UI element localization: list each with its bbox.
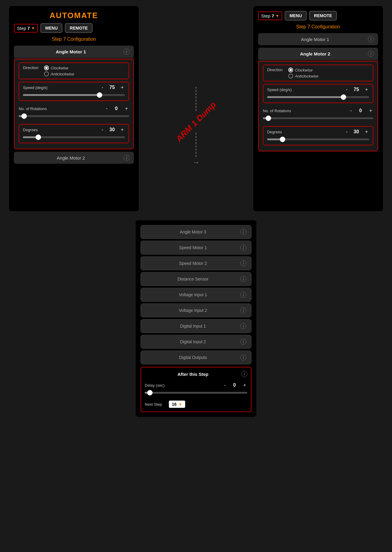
step-label-left: Step	[17, 26, 26, 31]
right-clockwise-option[interactable]: Clockwise	[288, 68, 318, 72]
menu-item-4[interactable]: Voltage Input 1 i	[141, 288, 251, 302]
next-step-dropdown[interactable]: 16 ▼	[169, 401, 185, 408]
delay-slider-track[interactable]	[145, 392, 247, 394]
dashed-line-bottom	[196, 133, 196, 157]
after-step-title: After this Step	[145, 372, 241, 377]
degrees-section: Degrees - 30 +	[19, 124, 129, 143]
right-speed-minus-btn[interactable]: -	[345, 87, 349, 92]
delay-param-row: Delay (sec) - 0 +	[145, 382, 247, 388]
arrow-right-icon: →	[192, 158, 200, 167]
menu-item-info-icon-5[interactable]: i	[240, 307, 246, 313]
remote-button-right[interactable]: REMOTE	[309, 11, 337, 21]
right-degrees-slider-thumb[interactable]	[280, 137, 285, 142]
menu-item-info-icon-6[interactable]: i	[240, 323, 246, 329]
right-angle-motor-2-info-icon[interactable]: i	[368, 51, 374, 57]
menu-item-info-icon-1[interactable]: i	[240, 245, 246, 251]
menu-button-left[interactable]: MENU	[40, 23, 62, 33]
angle-motor-2-collapsed-header[interactable]: Angle Motor 2 i	[14, 152, 134, 164]
menu-item-6[interactable]: Digital Input 1 i	[141, 319, 251, 333]
next-step-dropdown-arrow: ▼	[179, 402, 182, 407]
right-clockwise-radio[interactable]	[288, 68, 293, 72]
speed-slider-fill	[23, 94, 100, 96]
right-angle-motor-2-header[interactable]: Angle Motor 2 i	[258, 48, 378, 60]
menu-item-2[interactable]: Speed Motor 2 i	[141, 256, 251, 270]
right-speed-slider-track[interactable]	[267, 96, 369, 98]
menu-item-8[interactable]: Digital Outputs i	[141, 351, 251, 364]
menu-item-info-icon-7[interactable]: i	[240, 339, 246, 345]
right-angle-motor-1-header[interactable]: Angle Motor 1 i	[258, 33, 378, 45]
after-step-info-icon[interactable]: i	[241, 371, 247, 377]
menu-item-7[interactable]: Digital Input 2 i	[141, 335, 251, 349]
menu-item-info-icon-8[interactable]: i	[240, 354, 246, 360]
angle-motor-1-info-icon[interactable]: i	[124, 49, 130, 55]
middle-arrow-area: ARM 1 Dump →	[170, 6, 222, 211]
clockwise-radio[interactable]	[44, 65, 49, 70]
rotations-value: 0	[112, 106, 121, 111]
rotations-plus-btn[interactable]: +	[124, 106, 129, 111]
degrees-minus-btn[interactable]: -	[100, 127, 104, 132]
menu-item-text-6: Digital Input 1	[146, 324, 240, 328]
degrees-slider-thumb[interactable]	[36, 135, 41, 140]
rotations-minus-btn[interactable]: -	[105, 106, 109, 111]
menu-item-info-icon-4[interactable]: i	[240, 292, 246, 298]
right-degrees-plus-btn[interactable]: +	[364, 129, 369, 135]
angle-motor-2-collapsed-info-icon[interactable]: i	[124, 155, 130, 161]
speed-slider-track[interactable]	[23, 94, 125, 96]
right-degrees-label: Degrees	[267, 130, 282, 134]
right-rotations-minus-btn[interactable]: -	[349, 108, 353, 113]
right-clockwise-dot	[289, 69, 292, 71]
delay-minus-btn[interactable]: -	[223, 382, 227, 388]
radio-options: Clockwise Anticlockwise	[44, 65, 74, 76]
right-anticlockwise-radio[interactable]	[288, 74, 293, 78]
angle-motor-1-header[interactable]: Angle Motor 1 i	[14, 46, 134, 58]
right-rotations-plus-btn[interactable]: +	[368, 108, 373, 113]
clockwise-dot	[45, 67, 48, 69]
rotations-slider-track[interactable]	[19, 115, 129, 117]
speed-slider-thumb[interactable]	[97, 92, 102, 98]
clockwise-option[interactable]: Clockwise	[44, 65, 74, 70]
anticlockwise-option[interactable]: Anticlockwise	[44, 71, 74, 76]
right-speed-plus-btn[interactable]: +	[364, 87, 369, 92]
menu-item-info-icon-0[interactable]: i	[240, 229, 246, 235]
rotations-slider-thumb[interactable]	[21, 113, 27, 119]
degrees-value: 30	[108, 127, 117, 132]
delay-slider-thumb[interactable]	[147, 390, 153, 395]
menu-button-right[interactable]: MENU	[285, 11, 307, 21]
right-rotations-value: 0	[356, 108, 365, 113]
right-rotations-slider-thumb[interactable]	[266, 116, 271, 121]
right-speed-controls: - 75 +	[345, 87, 369, 92]
menu-item-info-icon-3[interactable]: i	[240, 276, 246, 282]
speed-controls: - 75 +	[100, 85, 125, 90]
right-degrees-minus-btn[interactable]: -	[345, 129, 349, 135]
degrees-controls: - 30 +	[100, 127, 125, 132]
menu-item-3[interactable]: Distance Sensor i	[141, 272, 251, 286]
right-angle-motor-1-info-icon[interactable]: i	[368, 36, 374, 42]
right-degrees-slider-track[interactable]	[267, 138, 369, 140]
clockwise-label: Clockwise	[51, 66, 68, 70]
step-box-left[interactable]: Step 7 ▼	[14, 24, 38, 33]
degrees-plus-btn[interactable]: +	[120, 127, 125, 132]
right-rotations-label: No. of Rotations	[263, 109, 291, 113]
step-dropdown-arrow-right[interactable]: ▼	[275, 14, 279, 18]
angle-motor-2-collapsed-title: Angle Motor 2	[18, 155, 124, 160]
menu-item-0[interactable]: Angle Motor 3 i	[141, 225, 251, 239]
step-dropdown-arrow-left[interactable]: ▼	[31, 26, 35, 30]
step-box-right[interactable]: Step 7 ▼	[258, 11, 282, 20]
remote-button-left[interactable]: REMOTE	[65, 23, 93, 33]
degrees-slider-container	[23, 134, 125, 140]
right-speed-label: Speed (deg/s)	[267, 87, 292, 92]
speed-plus-btn[interactable]: +	[120, 85, 125, 90]
anticlockwise-radio[interactable]	[44, 71, 49, 76]
right-rotations-slider-track[interactable]	[263, 117, 373, 119]
speed-section: Speed (deg/s) - 75 +	[19, 82, 129, 101]
menu-item-1[interactable]: Speed Motor 1 i	[141, 241, 251, 255]
degrees-param-row: Degrees - 30 +	[23, 127, 125, 132]
speed-minus-btn[interactable]: -	[100, 85, 104, 90]
right-anticlockwise-option[interactable]: Anticlockwise	[288, 74, 318, 78]
right-speed-slider-thumb[interactable]	[341, 94, 346, 100]
right-direction-label: Direction	[267, 68, 285, 72]
delay-plus-btn[interactable]: +	[242, 382, 247, 388]
degrees-slider-track[interactable]	[23, 136, 125, 138]
menu-item-info-icon-2[interactable]: i	[240, 260, 246, 266]
menu-item-5[interactable]: Voltage Input 2 i	[141, 303, 251, 317]
